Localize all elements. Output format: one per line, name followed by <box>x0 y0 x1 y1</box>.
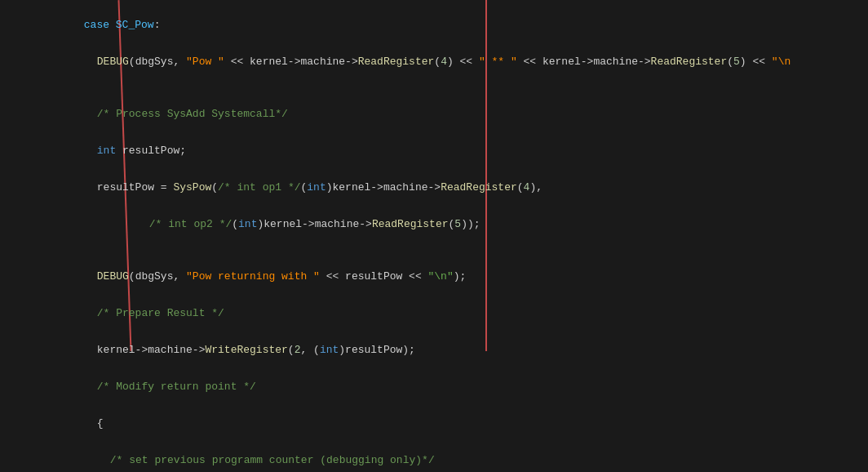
code-line-4: /* Process SysAdd Systemcall*/ <box>0 96 868 132</box>
code-line-3 <box>0 80 868 96</box>
code-line-9: DEBUG(dbgSys, "Pow returning with " << r… <box>0 258 868 295</box>
code-line-6: resultPow = SysPow(/* int op1 */(int)ker… <box>0 169 868 206</box>
code-line-2: DEBUG(dbgSys, "Pow " << kernel->machine-… <box>0 43 868 80</box>
code-line-12: /* Modify return point */ <box>0 368 868 405</box>
code-line-13: { <box>0 405 868 442</box>
code-line-10: /* Prepare Result */ <box>0 295 868 332</box>
code-line-14: /* set previous programm counter (debugg… <box>0 442 868 472</box>
code-line-8 <box>0 243 868 258</box>
code-line-7: /* int op2 */(int)kernel->machine->ReadR… <box>0 206 868 243</box>
code-line-11: kernel->machine->WriteRegister(2, (int)r… <box>0 332 868 368</box>
code-editor: case SC_Pow: DEBUG(dbgSys, "Pow " << ker… <box>0 0 868 472</box>
code-line-1: case SC_Pow: <box>0 7 868 43</box>
code-line-5: int resultPow; <box>0 132 868 169</box>
